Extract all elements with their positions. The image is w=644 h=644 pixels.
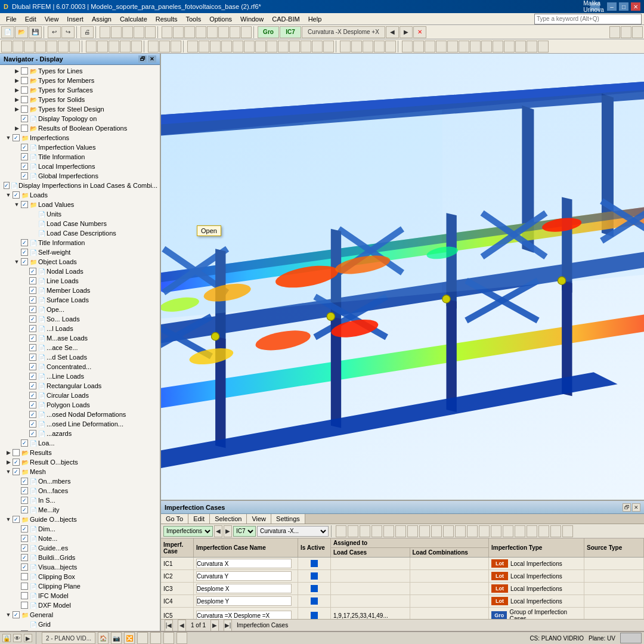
undo-button[interactable]: ↩: [48, 26, 61, 38]
tree-item-29[interactable]: 📄...ace Se...: [1, 343, 159, 352]
tree-check-49[interactable]: [21, 535, 28, 542]
tree-item-50[interactable]: 📄Guide...es: [1, 543, 159, 553]
tree-check-20[interactable]: [21, 258, 28, 265]
tree-item-20[interactable]: ▼📁Object Loads: [1, 257, 159, 267]
tree-check-55[interactable]: [21, 592, 28, 599]
tb2-45[interactable]: [527, 41, 537, 52]
panel-tb-next[interactable]: ▶: [224, 525, 232, 537]
tree-check-4[interactable]: [21, 106, 28, 113]
tree-check-29[interactable]: [29, 344, 36, 351]
tb2-11[interactable]: [120, 41, 131, 52]
tree-check-0[interactable]: [21, 67, 28, 75]
tree-arrow-57[interactable]: ▼: [5, 611, 12, 618]
tree-arrow-14[interactable]: ▼: [13, 201, 20, 208]
menu-results[interactable]: Results: [152, 14, 181, 24]
tb2-3[interactable]: [24, 41, 35, 52]
tb2-34[interactable]: [402, 41, 413, 52]
menu-view[interactable]: View: [41, 14, 63, 24]
tree-check-46[interactable]: [21, 506, 28, 513]
tree-item-24[interactable]: 📄Surface Loads: [1, 295, 159, 305]
tree-arrow-0[interactable]: ▶: [13, 67, 20, 75]
tb-btn-b2[interactable]: [173, 26, 184, 38]
tree-check-42[interactable]: [13, 468, 20, 475]
tree-check-54[interactable]: [21, 583, 28, 590]
tree-check-37[interactable]: [29, 420, 36, 428]
tree-arrow-13[interactable]: ▼: [5, 191, 12, 199]
tree-check-44[interactable]: [21, 487, 28, 494]
tb2-8[interactable]: [86, 41, 97, 52]
tb2-20[interactable]: [233, 41, 243, 52]
tree-item-6[interactable]: ▶📂Results of Boolean Operations: [1, 123, 159, 133]
panel-tb-16[interactable]: [515, 525, 525, 537]
tb2-7[interactable]: [69, 41, 80, 52]
tb2-39[interactable]: [459, 41, 469, 52]
imperfections-dropdown[interactable]: Imperfections: [163, 526, 213, 537]
curve-type-dropdown[interactable]: Curvatura -X...: [257, 526, 329, 537]
nav-close-button[interactable]: ✕: [148, 55, 156, 63]
menu-window[interactable]: Window: [237, 14, 267, 24]
tb2-29[interactable]: [340, 41, 351, 52]
table-row-IC4[interactable]: IC4LotLocal Imperfections: [161, 595, 644, 608]
sb-lock-btn[interactable]: 🔒: [2, 634, 11, 642]
sb-view-icon-7[interactable]: [177, 632, 187, 644]
tb2-17[interactable]: [199, 41, 209, 52]
tree-item-34[interactable]: 📄Circular Loads: [1, 391, 159, 400]
tb2-33[interactable]: [385, 41, 396, 52]
tree-item-47[interactable]: ▼📁Guide O...bjects: [1, 515, 159, 524]
tree-check-57[interactable]: [13, 611, 20, 618]
tree-check-36[interactable]: [29, 411, 36, 418]
tree-check-32[interactable]: [29, 373, 36, 380]
panel-tb-6[interactable]: [395, 525, 406, 537]
tree-item-55[interactable]: 📄IFC Model: [1, 591, 159, 600]
tree-item-26[interactable]: 📄So... Loads: [1, 314, 159, 324]
tb2-6[interactable]: [58, 41, 69, 52]
tree-arrow-2[interactable]: ▶: [13, 86, 20, 94]
tb2-13[interactable]: [148, 41, 159, 52]
panel-tb-7[interactable]: [407, 525, 418, 537]
tree-check-9[interactable]: [21, 153, 28, 160]
tree-check-43[interactable]: [21, 478, 28, 485]
tb2-16[interactable]: [187, 41, 198, 52]
tree-item-5[interactable]: 📄Display Topology on: [1, 114, 159, 123]
tree-item-37[interactable]: 📄...osed Line Deformation...: [1, 419, 159, 429]
tree-check-8[interactable]: [21, 144, 28, 151]
tree-item-16[interactable]: 📄Load Case Numbers: [1, 219, 159, 228]
tree-item-12[interactable]: 📄Display Imperfections in Load Cases & C…: [1, 181, 159, 190]
tb2-26[interactable]: [301, 41, 311, 52]
tree-arrow-42[interactable]: ▼: [5, 468, 12, 475]
table-row-IC3[interactable]: IC3LotLocal Imperfections: [161, 583, 644, 595]
tb2-25[interactable]: [289, 41, 300, 52]
tree-item-17[interactable]: 📄Load Case Descriptions: [1, 228, 159, 238]
tree-check-40[interactable]: [13, 449, 20, 456]
tree-item-33[interactable]: 📄Rectangular Loads: [1, 381, 159, 391]
tree-item-27[interactable]: 📄...l Loads: [1, 324, 159, 333]
print-button[interactable]: 🖨: [80, 26, 94, 38]
tree-item-8[interactable]: 📄Imperfection Values: [1, 143, 159, 152]
tree-item-22[interactable]: 📄Line Loads: [1, 276, 159, 286]
tb2-12[interactable]: [131, 41, 142, 52]
tab-settings[interactable]: Settings: [271, 514, 305, 524]
tb-btn-a1[interactable]: [100, 26, 110, 38]
tree-check-13[interactable]: [13, 191, 20, 199]
panel-tb-2[interactable]: [348, 525, 358, 537]
panel-tb-17[interactable]: [527, 525, 537, 537]
tree-item-56[interactable]: 📄DXF Model: [1, 600, 159, 610]
tree-item-54[interactable]: 📄Clipping Plane: [1, 581, 159, 591]
name-input-IC5[interactable]: [196, 611, 292, 619]
sb-view-icon-1[interactable]: 🏠: [98, 632, 109, 644]
tree-item-11[interactable]: 📄Global Imperfections: [1, 171, 159, 181]
menu-tools[interactable]: Tools: [182, 14, 205, 24]
tree-item-15[interactable]: 📄Units: [1, 209, 159, 219]
tb-x-btn[interactable]: ✕: [413, 26, 426, 38]
tree-arrow-7[interactable]: ▼: [5, 134, 12, 141]
tree-check-45[interactable]: [21, 497, 28, 504]
name-input-IC2[interactable]: [196, 571, 292, 581]
table-row-IC2[interactable]: IC2LotLocal Imperfections: [161, 570, 644, 583]
minimize-button[interactable]: –: [607, 2, 617, 11]
tb2-41[interactable]: [481, 41, 492, 52]
search-input[interactable]: [534, 14, 642, 24]
tree-check-24[interactable]: [29, 296, 36, 304]
tree-check-23[interactable]: [29, 287, 36, 294]
tree-item-38[interactable]: 📄...azards: [1, 429, 159, 438]
name-input-IC3[interactable]: [196, 584, 292, 593]
